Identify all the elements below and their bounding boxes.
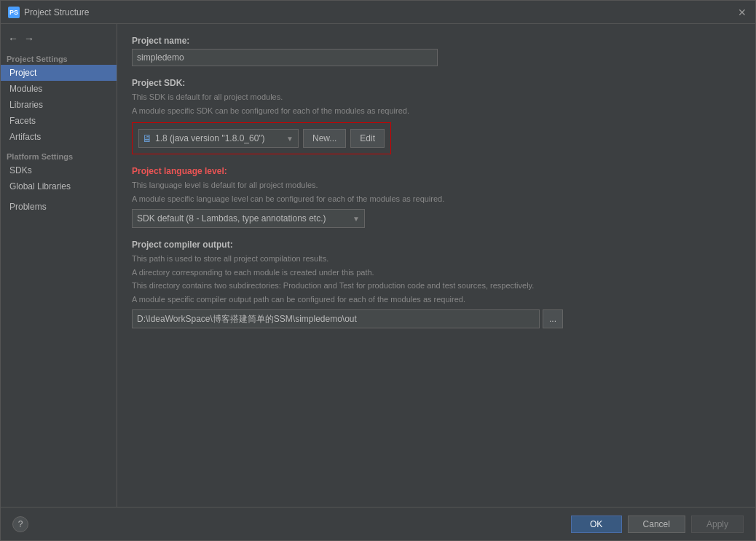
sdk-box: 🖥 1.8 (java version "1.8.0_60") ▼ New...… — [132, 122, 391, 154]
sidebar-item-artifacts[interactable]: Artifacts — [1, 129, 117, 145]
app-icon: PS — [8, 7, 20, 18]
platform-settings-label: Platform Settings — [1, 149, 117, 162]
sdk-desc1: This SDK is default for all project modu… — [132, 91, 741, 103]
sidebar-item-project[interactable]: Project — [1, 65, 117, 81]
help-button[interactable]: ? — [12, 516, 28, 532]
back-button[interactable]: ← — [7, 31, 20, 46]
sidebar-item-global-libraries[interactable]: Global Libraries — [1, 178, 117, 194]
project-name-label: Project name: — [132, 36, 741, 46]
compiler-output-desc2: A directory corresponding to each module… — [132, 266, 741, 279]
sidebar-item-problems[interactable]: Problems — [1, 199, 117, 215]
project-name-section: Project name: — [132, 36, 741, 66]
cancel-button[interactable]: Cancel — [628, 516, 685, 533]
sidebar-toolbar: ← → — [1, 30, 117, 52]
apply-button[interactable]: Apply — [691, 516, 744, 533]
language-level-desc1: This language level is default for all p… — [132, 179, 741, 191]
sidebar-item-libraries[interactable]: Libraries — [1, 97, 117, 113]
sdk-icon: 🖥 — [142, 133, 152, 144]
dialog-window: PS Project Structure ✕ ← → Project Setti… — [0, 0, 756, 541]
language-level-desc2: A module specific language level can be … — [132, 193, 741, 205]
sidebar-item-sdks[interactable]: SDKs — [1, 162, 117, 178]
sidebar-item-modules[interactable]: Modules — [1, 81, 117, 97]
compiler-output-desc1: This path is used to store all project c… — [132, 253, 741, 265]
new-sdk-button[interactable]: New... — [303, 129, 346, 148]
edit-sdk-button[interactable]: Edit — [350, 129, 385, 148]
compiler-output-title: Project compiler output: — [132, 240, 741, 250]
compiler-output-desc3: This directory contains two subdirectori… — [132, 280, 741, 292]
close-button[interactable]: ✕ — [736, 7, 748, 18]
sdk-desc2: A module specific SDK can be configured … — [132, 105, 741, 117]
language-level-title: Project language level: — [132, 166, 741, 176]
footer-left: ? — [12, 516, 28, 532]
title-bar: PS Project Structure ✕ — [1, 1, 755, 24]
sidebar: ← → Project Settings Project Modules Lib… — [1, 24, 117, 507]
browse-button[interactable]: ... — [543, 309, 563, 328]
language-level-section: Project language level: This language le… — [132, 166, 741, 228]
dialog-title: Project Structure — [24, 7, 89, 17]
project-sdk-section: Project SDK: This SDK is default for all… — [132, 78, 741, 154]
title-bar-left: PS Project Structure — [8, 7, 89, 18]
main-content: ← → Project Settings Project Modules Lib… — [1, 24, 755, 507]
language-level-dropdown[interactable]: SDK default (8 - Lambdas, type annotatio… — [132, 209, 365, 228]
sdk-dropdown-arrow-icon[interactable]: ▼ — [285, 135, 295, 143]
language-level-arrow-icon: ▼ — [353, 215, 360, 223]
footer-right: OK Cancel Apply — [571, 516, 744, 533]
language-level-value: SDK default (8 - Lambdas, type annotatio… — [137, 213, 350, 224]
content-panel: Project name: Project SDK: This SDK is d… — [117, 24, 755, 507]
project-settings-label: Project Settings — [1, 52, 117, 65]
sdk-value: 1.8 (java version "1.8.0_60") — [155, 133, 282, 143]
ok-button[interactable]: OK — [571, 516, 622, 533]
forward-button[interactable]: → — [23, 31, 36, 46]
footer: ? OK Cancel Apply — [1, 507, 755, 540]
compiler-output-section: Project compiler output: This path is us… — [132, 240, 741, 328]
sidebar-item-facets[interactable]: Facets — [1, 113, 117, 129]
sdk-section-title: Project SDK: — [132, 78, 741, 88]
compiler-output-desc4: A module specific compiler output path c… — [132, 293, 741, 306]
sdk-selector[interactable]: 🖥 1.8 (java version "1.8.0_60") ▼ — [138, 129, 299, 148]
compiler-path-row: ... — [132, 309, 741, 328]
project-name-input[interactable] — [132, 49, 438, 66]
compiler-path-input[interactable] — [132, 309, 540, 328]
